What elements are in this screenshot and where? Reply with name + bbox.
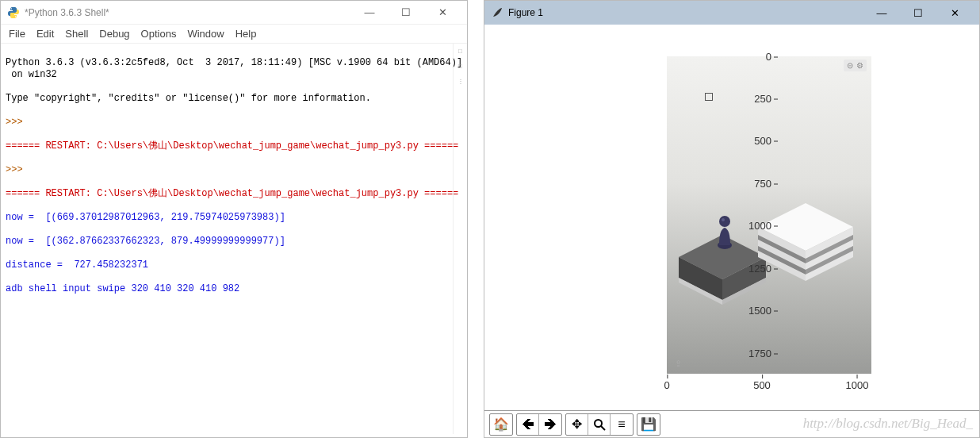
console-line: distance = 727.458232371 — [6, 259, 462, 271]
svg-point-21 — [595, 420, 602, 427]
y-tick: 1000 — [732, 220, 771, 232]
y-tick: 750 — [732, 178, 771, 190]
svg-point-20 — [722, 218, 725, 221]
menu-options[interactable]: Options — [141, 28, 177, 40]
y-tick: 1250 — [732, 263, 771, 275]
figure-toolbar: 🏠 🡸 🡺 ✥ ≡ 💾 http://blog.csdn.net/Big_Hea… — [484, 410, 979, 437]
console-line: now = [(362.87662337662323, 879.49999999… — [6, 236, 462, 248]
minimize-button[interactable]: — — [351, 1, 388, 25]
image-toolbar[interactable]: ⊝⚙ — [844, 60, 867, 71]
feather-icon — [491, 6, 503, 19]
player-piece — [716, 213, 733, 253]
svg-line-22 — [601, 426, 605, 430]
folding-gutter: □□⋮ — [453, 44, 467, 434]
configure-button[interactable]: ≡ — [611, 414, 633, 435]
console-prompt: >>> — [6, 164, 462, 176]
figure-canvas[interactable]: ⊝⚙ — [484, 25, 979, 410]
menu-window[interactable]: Window — [187, 28, 224, 40]
watermark-text: http://blog.csdn.net/Big_Head_ — [803, 416, 973, 432]
gear-icon[interactable]: ⚙ — [856, 61, 863, 70]
zoom-button[interactable] — [588, 414, 611, 435]
pan-button[interactable]: ✥ — [566, 414, 588, 435]
maximize-button[interactable]: ☐ — [388, 1, 424, 25]
console-line: Python 3.6.3 (v3.6.3:2c5fed8, Oct 3 2017… — [6, 57, 462, 81]
svg-point-0 — [11, 8, 13, 10]
figure-title: Figure 1 — [508, 7, 863, 18]
console-prompt: >>> — [6, 117, 462, 129]
shell-title: *Python 3.6.3 Shell* — [25, 7, 351, 18]
x-tick: 1000 — [846, 379, 869, 391]
maximize-button[interactable]: ☐ — [900, 1, 936, 25]
python-icon — [7, 6, 20, 19]
menu-edit[interactable]: Edit — [36, 28, 54, 40]
console-restart: ====== RESTART: C:\Users\佛山\Desktop\wech… — [6, 140, 462, 152]
console-restart: ====== RESTART: C:\Users\佛山\Desktop\wech… — [6, 188, 462, 200]
y-tick: 250 — [732, 93, 771, 105]
python-shell-window: *Python 3.6.3 Shell* — ☐ ✕ File Edit She… — [0, 0, 468, 438]
menu-help[interactable]: Help — [235, 28, 257, 40]
console-line: now = [(669.37012987012963, 219.75974025… — [6, 212, 462, 224]
console-line: adb shell input swipe 320 410 320 410 98… — [6, 283, 462, 295]
figure-window: Figure 1 — ☐ ✕ ⊝⚙ — [484, 0, 980, 438]
back-button[interactable]: 🡸 — [517, 414, 539, 435]
save-button[interactable]: 💾 — [637, 414, 660, 435]
svg-point-19 — [719, 216, 730, 227]
menu-shell[interactable]: Shell — [65, 28, 88, 40]
shell-titlebar[interactable]: *Python 3.6.3 Shell* — ☐ ✕ — [1, 1, 467, 25]
close-button[interactable]: ✕ — [936, 1, 973, 25]
y-tick: 1500 — [732, 305, 771, 317]
home-button[interactable]: 🏠 — [490, 414, 512, 435]
forward-button[interactable]: 🡺 — [539, 414, 561, 435]
x-tick: 0 — [664, 379, 669, 391]
close-button[interactable]: ✕ — [424, 1, 461, 25]
console-line: Type "copyright", "credits" or "license(… — [6, 93, 462, 105]
console-output[interactable]: Python 3.6.3 (v3.6.3:2c5fed8, Oct 3 2017… — [1, 44, 467, 434]
share-icon: ⇪ — [675, 359, 682, 369]
svg-point-1 — [15, 16, 17, 17]
menu-file[interactable]: File — [9, 28, 25, 40]
y-tick: 0 — [732, 51, 771, 63]
y-tick: 1750 — [732, 348, 771, 359]
menu-debug[interactable]: Debug — [99, 28, 129, 40]
shell-menubar: File Edit Shell Debug Options Window Hel… — [1, 25, 467, 44]
y-tick: 500 — [732, 135, 771, 147]
slider-icon[interactable]: ⊝ — [847, 61, 853, 70]
score-box — [705, 93, 713, 101]
x-tick: 500 — [753, 379, 771, 391]
figure-titlebar[interactable]: Figure 1 — ☐ ✕ — [484, 1, 979, 25]
minimize-button[interactable]: — — [863, 1, 900, 25]
